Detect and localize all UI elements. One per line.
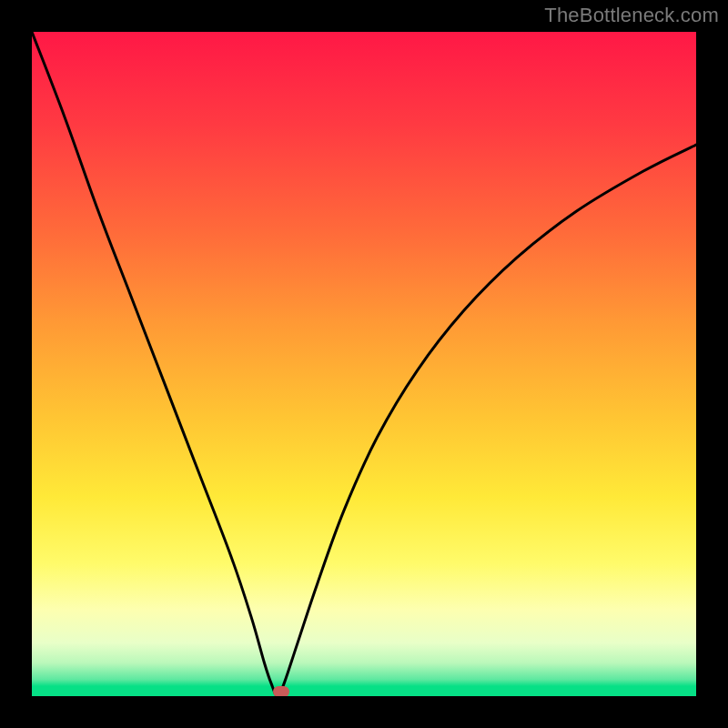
chart-frame: TheBottleneck.com <box>0 0 728 728</box>
minimum-marker <box>273 686 289 696</box>
plot-area <box>32 32 696 696</box>
bottleneck-curve <box>32 32 696 696</box>
watermark-text: TheBottleneck.com <box>544 4 719 27</box>
